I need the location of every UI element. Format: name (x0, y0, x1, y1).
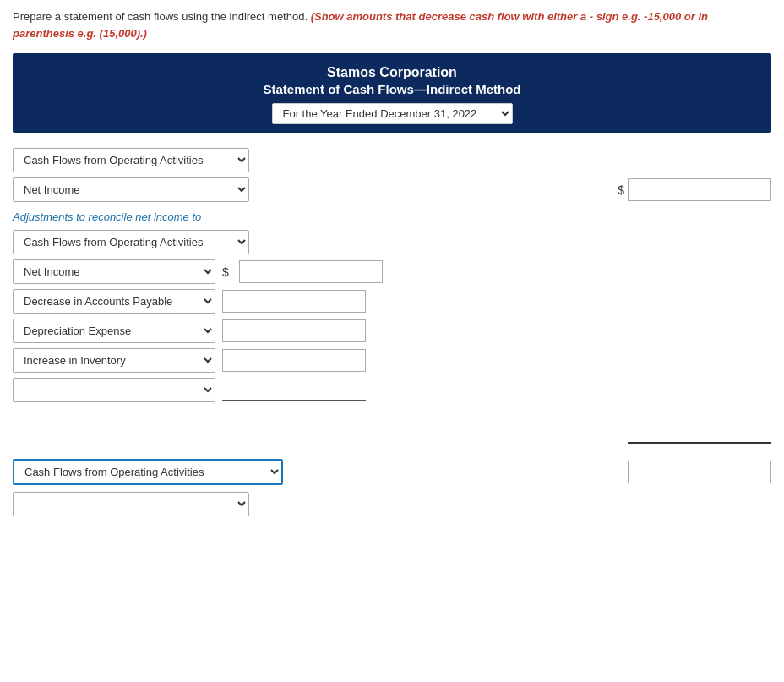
section1-dollar-sign: $ (618, 183, 624, 197)
section2-net-income-select[interactable]: Net Income Decrease in Accounts Payable … (13, 259, 215, 284)
section2-depreciation-input[interactable] (222, 319, 366, 342)
section2-cf-dropdown-row: Cash Flows from Operating Activities Cas… (13, 230, 771, 254)
subtotal-input[interactable] (628, 421, 771, 444)
section1-net-income-input[interactable] (628, 178, 771, 201)
section2-block: Cash Flows from Operating Activities Cas… (13, 230, 771, 402)
section2-accounts-payable-row: Decrease in Accounts Payable Net Income … (13, 289, 771, 314)
section1-net-income-row: Net Income Decrease in Accounts Payable … (13, 177, 771, 202)
section2-inventory-select[interactable]: Increase in Inventory Net Income Decreas… (13, 348, 215, 373)
section2-inventory-row: Increase in Inventory Net Income Decreas… (13, 348, 771, 373)
section2-empty-input[interactable] (222, 379, 366, 401)
company-name: Stamos Corporation (30, 65, 754, 80)
section2-accounts-payable-input[interactable] (222, 290, 366, 313)
section1-block: Cash Flows from Operating Activities Cas… (13, 148, 771, 202)
section2-net-income-row: Net Income Decrease in Accounts Payable … (13, 259, 771, 284)
last-empty-dropdown-row: Cash Flows from Operating Activities Cas… (13, 492, 771, 516)
section2-empty-row: Net Income Decrease in Accounts Payable … (13, 378, 771, 402)
section2-empty-select[interactable]: Net Income Decrease in Accounts Payable … (13, 378, 215, 402)
section2-depreciation-row: Depreciation Expense Net Income Decrease… (13, 319, 771, 343)
instruction-part1: Prepare a statement of cash flows using … (13, 10, 308, 23)
section2-activity-select[interactable]: Cash Flows from Operating Activities Cas… (13, 230, 249, 254)
section2-dollar-sign: $ (222, 265, 229, 279)
period-select[interactable]: For the Year Ended December 31, 2022 For… (272, 103, 513, 124)
instruction-text: Prepare a statement of cash flows using … (13, 8, 771, 41)
header-box: Stamos Corporation Statement of Cash Flo… (13, 53, 771, 133)
section2-depreciation-select[interactable]: Depreciation Expense Net Income Decrease… (13, 319, 215, 343)
section1-dropdown-row: Cash Flows from Operating Activities Cas… (13, 148, 771, 172)
last-empty-select[interactable]: Cash Flows from Operating Activities Cas… (13, 492, 249, 516)
section2-net-income-input[interactable] (239, 260, 383, 283)
section1-net-income-select[interactable]: Net Income Decrease in Accounts Payable … (13, 177, 249, 202)
cf-operating-final-row: Cash Flows from Operating Activities Cas… (13, 459, 771, 485)
cf-operating-final-select[interactable]: Cash Flows from Operating Activities Cas… (13, 459, 283, 485)
section1-activity-select[interactable]: Cash Flows from Operating Activities Cas… (13, 148, 249, 172)
section2-accounts-payable-select[interactable]: Decrease in Accounts Payable Net Income … (13, 289, 215, 314)
cf-operating-final-input[interactable] (628, 461, 771, 483)
statement-title: Statement of Cash Flows—Indirect Method (30, 82, 754, 96)
subtotal-row (13, 421, 771, 444)
section2-inventory-input[interactable] (222, 349, 366, 372)
adjustments-label: Adjustments to reconcile net income to (13, 210, 771, 223)
